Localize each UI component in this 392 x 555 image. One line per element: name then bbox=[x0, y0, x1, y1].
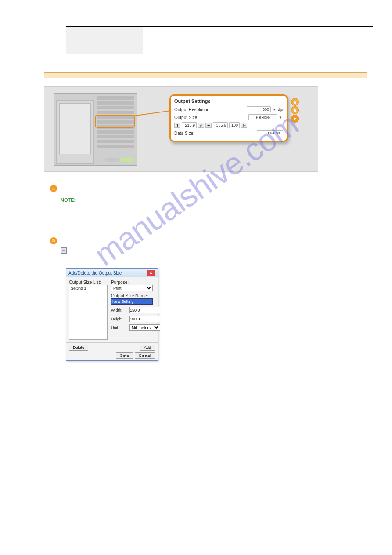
marker-b: b bbox=[291, 106, 299, 114]
section-header bbox=[44, 72, 367, 78]
marker-c: c bbox=[291, 115, 299, 123]
table-row bbox=[66, 27, 373, 36]
thumbnail-window bbox=[54, 93, 137, 166]
table-key bbox=[66, 45, 143, 54]
info-table bbox=[66, 26, 373, 54]
dropdown-icon[interactable]: ▼ bbox=[278, 116, 283, 120]
dropdown-icon[interactable]: ▼ bbox=[272, 108, 277, 112]
table-row bbox=[66, 36, 373, 45]
thumbnail-btn bbox=[105, 158, 119, 162]
note-label: NOTE: bbox=[61, 197, 76, 203]
unit-label: Unit: bbox=[111, 326, 128, 330]
save-button[interactable]: Save bbox=[116, 352, 133, 359]
width-icon: ⬍ bbox=[174, 123, 180, 128]
thumbnail-highlight bbox=[95, 115, 135, 128]
thumbnail-canvas bbox=[59, 103, 91, 154]
ratio-icon[interactable]: % bbox=[241, 123, 247, 128]
item-b-heading: b bbox=[50, 237, 357, 244]
data-size-value: 30.64 MB bbox=[257, 130, 283, 136]
add-delete-output-size-dialog: Add/Delete the Output Size ✕ Output Size… bbox=[66, 268, 158, 361]
marker-b-inline: b bbox=[50, 237, 57, 244]
height-icon: ⬌ bbox=[205, 123, 212, 128]
output-size-label: Output Size: bbox=[174, 115, 198, 120]
figure-area: Output Settings Output Resolution: 300 ▼… bbox=[44, 86, 318, 172]
height-input[interactable] bbox=[129, 316, 160, 322]
output-size-name-field[interactable]: New Setting bbox=[111, 298, 153, 305]
callout-title: Output Settings bbox=[174, 98, 283, 104]
dialog-title: Add/Delete the Output Size bbox=[68, 271, 122, 276]
resolution-value[interactable]: 300 bbox=[247, 106, 271, 112]
grid-icon bbox=[61, 247, 67, 254]
close-icon[interactable]: ✕ bbox=[147, 270, 155, 276]
add-button[interactable]: Add bbox=[140, 345, 155, 351]
thumbnail-canvas-area bbox=[56, 100, 94, 164]
link-icon[interactable]: ⇄ bbox=[198, 123, 204, 128]
output-settings-callout: Output Settings Output Resolution: 300 ▼… bbox=[169, 94, 288, 142]
item-b-desc bbox=[61, 247, 357, 254]
resolution-unit: dpi bbox=[278, 107, 283, 112]
percent-value[interactable]: 100 bbox=[229, 122, 240, 128]
height-value[interactable]: 355.6 bbox=[213, 122, 228, 128]
height-label: Height: bbox=[111, 317, 128, 321]
output-size-listbox[interactable]: Setting 1 bbox=[69, 285, 108, 340]
output-size-name-label: Output Size Name: bbox=[111, 294, 160, 298]
width-value[interactable]: 215.9 bbox=[182, 122, 197, 128]
delete-button[interactable]: Delete bbox=[69, 345, 88, 351]
purpose-label: Purpose: bbox=[111, 280, 160, 285]
table-key bbox=[66, 36, 143, 45]
table-key bbox=[66, 27, 143, 36]
marker-a: a bbox=[291, 98, 299, 106]
thumbnail-btn bbox=[120, 158, 134, 162]
cancel-button[interactable]: Cancel bbox=[135, 352, 155, 359]
table-val bbox=[143, 36, 373, 45]
marker-a-inline: a bbox=[50, 185, 57, 192]
resolution-label: Output Resolution: bbox=[174, 107, 211, 112]
note-block: NOTE: bbox=[61, 196, 357, 204]
output-size-list-label: Output Size List: bbox=[69, 280, 108, 285]
table-row bbox=[66, 45, 373, 54]
list-item[interactable]: Setting 1 bbox=[71, 286, 106, 290]
table-val bbox=[143, 27, 373, 36]
purpose-select[interactable]: Print bbox=[111, 285, 153, 291]
thumbnail-sidebar bbox=[97, 96, 134, 163]
marker-column: a b c bbox=[291, 98, 299, 123]
output-size-value[interactable]: Flexible bbox=[248, 114, 277, 120]
width-label: Width: bbox=[111, 308, 128, 312]
callout-pointer bbox=[132, 110, 171, 117]
unit-select[interactable]: Millimeters bbox=[129, 324, 160, 331]
width-input[interactable] bbox=[129, 307, 160, 313]
item-a-heading: a bbox=[50, 185, 357, 192]
data-size-label: Data Size: bbox=[174, 131, 194, 136]
table-val bbox=[143, 45, 373, 54]
